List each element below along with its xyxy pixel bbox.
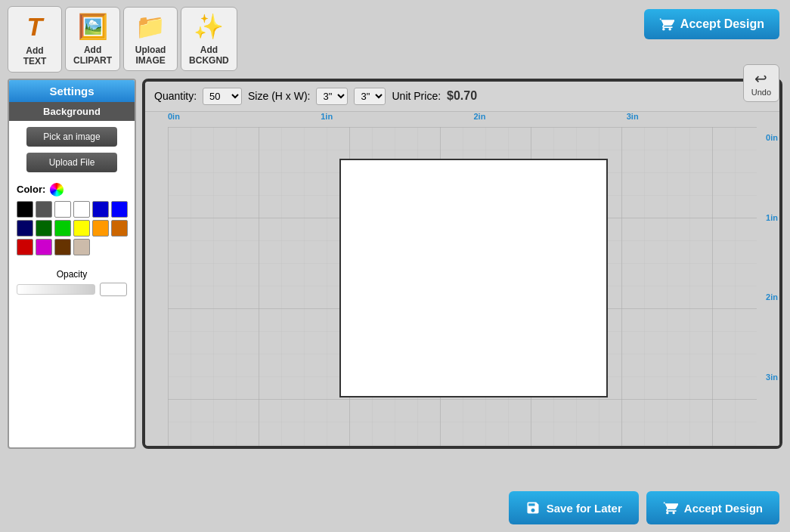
accept-design-bottom-label: Accept Design [684, 502, 763, 515]
ruler-1in: 1in [321, 112, 333, 121]
pick-image-button[interactable]: Pick an image [26, 127, 117, 147]
opacity-slider[interactable] [17, 284, 95, 295]
grid-area: 0in 1in 2in 3in [145, 112, 779, 446]
grid-body: 0in 1in 2in 3in [145, 127, 779, 446]
color-swatch-darkgray[interactable] [36, 201, 52, 218]
height-select[interactable]: 3" 4" 5" [316, 88, 348, 105]
unit-price-value: $0.70 [447, 89, 477, 103]
color-swatch-yellow[interactable] [73, 220, 90, 237]
cart-bottom-icon [663, 500, 678, 515]
quantity-select[interactable]: 50 100 250 [203, 88, 242, 105]
opacity-label: Opacity [17, 269, 127, 280]
clipart-icon: 🖼️ [78, 12, 108, 41]
right-ruler-0in: 0in [766, 133, 778, 142]
text-icon: T [27, 11, 43, 42]
accept-design-bottom-button[interactable]: Accept Design [646, 491, 779, 524]
add-bckgnd-button[interactable]: ✨ Add BCKGND [181, 7, 237, 71]
add-text-button[interactable]: T Add TEXT [8, 6, 62, 73]
color-swatch-blue[interactable] [111, 201, 128, 218]
color-section: Color: [9, 178, 135, 266]
upload-image-icon: 📁 [135, 12, 166, 41]
design-canvas[interactable]: 0in 1in 2in 3in [168, 127, 779, 446]
color-swatch-tan[interactable] [73, 239, 90, 255]
toolbar: T Add TEXT 🖼️ Add CLIPART 📁 Upload IMAGE… [0, 0, 790, 79]
main-area: Settings Background Pick an image Upload… [8, 79, 782, 449]
bckgnd-icon: ✨ [194, 12, 224, 41]
undo-label: Undo [751, 88, 771, 97]
color-swatch-magenta[interactable] [36, 239, 52, 255]
design-box[interactable] [339, 159, 609, 398]
size-label: Size (H x W): [248, 90, 310, 102]
canvas-container: Quantity: 50 100 250 Size (H x W): 3" 4"… [142, 79, 782, 449]
right-ruler-overlay: 0in 1in 2in 3in [757, 127, 779, 446]
ruler-2in: 2in [474, 112, 486, 121]
color-wheel-icon[interactable] [50, 183, 64, 196]
add-bckgnd-label: Add BCKGND [189, 45, 229, 66]
ruler-3in: 3in [627, 112, 639, 121]
color-swatch-white2[interactable] [73, 201, 90, 218]
bottom-bar: Save for Later Accept Design [509, 491, 779, 524]
color-swatch-black[interactable] [17, 201, 33, 218]
settings-title: Settings [9, 80, 135, 102]
right-ruler [145, 127, 168, 446]
unit-price-label: Unit Price: [392, 90, 441, 102]
opacity-row: 100 [17, 283, 127, 296]
right-ruler-1in: 1in [766, 213, 778, 222]
color-swatch-darkgreen[interactable] [36, 220, 52, 237]
undo-icon: ↩ [754, 70, 767, 88]
color-swatch-red[interactable] [17, 239, 33, 255]
add-clipart-button[interactable]: 🖼️ Add CLIPART [65, 7, 120, 71]
accept-design-top-label: Accept Design [680, 17, 764, 31]
background-tab[interactable]: Background [9, 102, 135, 121]
color-swatch-darkblue[interactable] [92, 201, 109, 218]
color-swatch-green[interactable] [54, 220, 71, 237]
color-swatch-orange[interactable] [92, 220, 109, 237]
width-select[interactable]: 3" 4" 5" [354, 88, 386, 105]
undo-button[interactable]: ↩ Undo [743, 64, 779, 102]
upload-file-button[interactable]: Upload File [26, 153, 117, 172]
right-ruler-2in: 2in [766, 292, 778, 302]
color-swatch-white1[interactable] [54, 201, 71, 218]
color-grid [17, 201, 127, 255]
color-swatch-darkorange[interactable] [111, 220, 128, 237]
right-ruler-3in: 3in [766, 373, 778, 382]
save-later-button[interactable]: Save for Later [509, 491, 639, 524]
top-ruler: 0in 1in 2in 3in [145, 112, 779, 127]
upload-image-label: Upload IMAGE [135, 45, 166, 66]
upload-image-button[interactable]: 📁 Upload IMAGE [123, 7, 178, 71]
settings-panel: Settings Background Pick an image Upload… [8, 79, 136, 449]
add-text-label: Add TEXT [23, 45, 47, 67]
opacity-value-input[interactable]: 100 [100, 283, 127, 296]
save-icon [525, 500, 541, 515]
quantity-label: Quantity: [154, 90, 197, 102]
add-clipart-label: Add CLIPART [73, 45, 112, 66]
opacity-section: Opacity 100 [9, 266, 135, 304]
ruler-0in: 0in [168, 112, 180, 121]
save-later-label: Save for Later [547, 502, 622, 515]
color-swatch-brown[interactable] [54, 239, 71, 255]
accept-design-top-button[interactable]: Accept Design [644, 9, 779, 39]
quantity-bar: Quantity: 50 100 250 Size (H x W): 3" 4"… [145, 82, 779, 112]
color-swatch-navy[interactable] [17, 220, 33, 237]
color-label: Color: [17, 183, 127, 196]
cart-icon [659, 17, 674, 32]
